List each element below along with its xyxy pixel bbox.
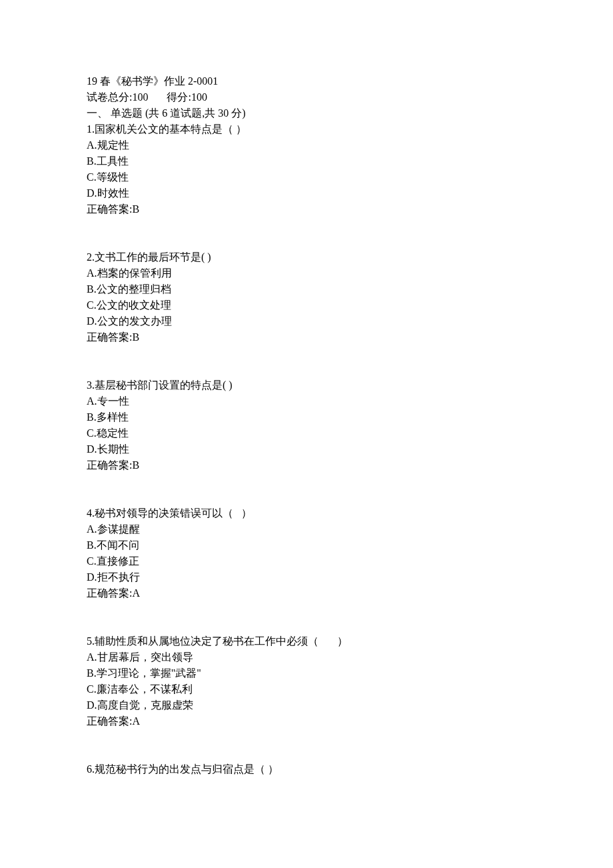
question-option: D.时效性 — [87, 185, 526, 201]
section-header: 一、 单选题 (共 6 道试题,共 30 分) — [87, 105, 526, 121]
question-answer: 正确答案:B — [87, 457, 526, 473]
question-option: A.甘居幕后，突出领导 — [87, 649, 526, 665]
question-block: 5.辅助性质和从属地位决定了秘书在工作中必须（ ） A.甘居幕后，突出领导 B.… — [87, 633, 526, 729]
question-option: A.档案的保管利用 — [87, 265, 526, 281]
question-answer: 正确答案:A — [87, 585, 526, 601]
question-answer: 正确答案:A — [87, 713, 526, 729]
question-option: D.拒不执行 — [87, 569, 526, 585]
question-option: C.廉洁奉公，不谋私利 — [87, 681, 526, 697]
question-option: B.多样性 — [87, 409, 526, 425]
question-block: 1.国家机关公文的基本特点是（ ） A.规定性 B.工具性 C.等级性 D.时效… — [87, 121, 526, 217]
question-option: D.高度自觉，克服虚荣 — [87, 697, 526, 713]
question-stem: 4.秘书对领导的决策错误可以（ ） — [87, 505, 526, 521]
score-line: 试卷总分:100 得分:100 — [87, 89, 526, 105]
earned-score: 得分:100 — [167, 91, 207, 103]
question-stem: 5.辅助性质和从属地位决定了秘书在工作中必须（ ） — [87, 633, 526, 649]
question-stem: 2.文书工作的最后环节是( ) — [87, 249, 526, 265]
question-stem: 1.国家机关公文的基本特点是（ ） — [87, 121, 526, 137]
question-block: 6.规范秘书行为的出发点与归宿点是（ ） — [87, 761, 526, 777]
total-score: 试卷总分:100 — [87, 91, 148, 103]
question-option: C.稳定性 — [87, 425, 526, 441]
question-answer: 正确答案:B — [87, 329, 526, 345]
question-option: A.参谋提醒 — [87, 521, 526, 537]
question-option: C.公文的收文处理 — [87, 297, 526, 313]
question-block: 3.基层秘书部门设置的特点是( ) A.专一性 B.多样性 C.稳定性 D.长期… — [87, 377, 526, 473]
question-option: B.不闻不问 — [87, 537, 526, 553]
question-option: B.公文的整理归档 — [87, 281, 526, 297]
question-option: B.工具性 — [87, 153, 526, 169]
question-stem: 3.基层秘书部门设置的特点是( ) — [87, 377, 526, 393]
question-option: C.直接修正 — [87, 553, 526, 569]
question-block: 4.秘书对领导的决策错误可以（ ） A.参谋提醒 B.不闻不问 C.直接修正 D… — [87, 505, 526, 601]
question-option: D.公文的发文办理 — [87, 313, 526, 329]
question-block: 2.文书工作的最后环节是( ) A.档案的保管利用 B.公文的整理归档 C.公文… — [87, 249, 526, 345]
question-option: C.等级性 — [87, 169, 526, 185]
question-option: D.长期性 — [87, 441, 526, 457]
question-stem: 6.规范秘书行为的出发点与归宿点是（ ） — [87, 761, 526, 777]
doc-title: 19 春《秘书学》作业 2-0001 — [87, 73, 526, 89]
question-option: B.学习理论，掌握"武器" — [87, 665, 526, 681]
question-option: A.规定性 — [87, 137, 526, 153]
question-answer: 正确答案:B — [87, 201, 526, 217]
question-option: A.专一性 — [87, 393, 526, 409]
